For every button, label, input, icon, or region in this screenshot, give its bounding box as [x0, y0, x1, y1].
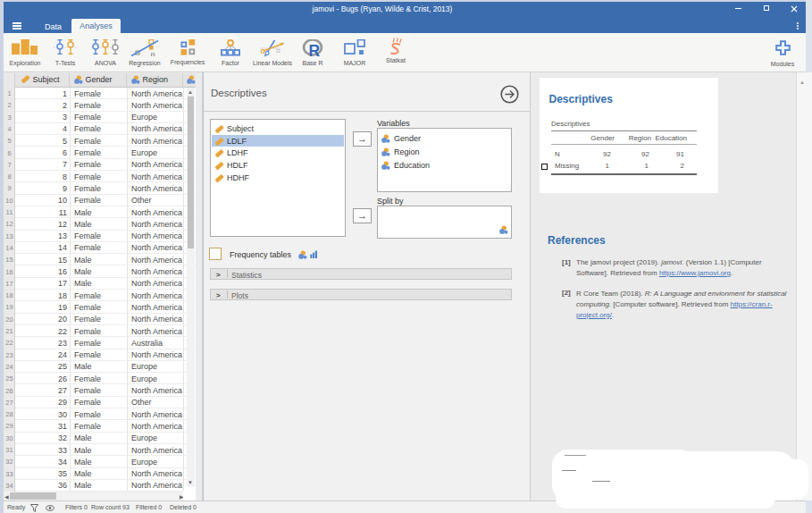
svg-text:R: R: [309, 42, 321, 57]
